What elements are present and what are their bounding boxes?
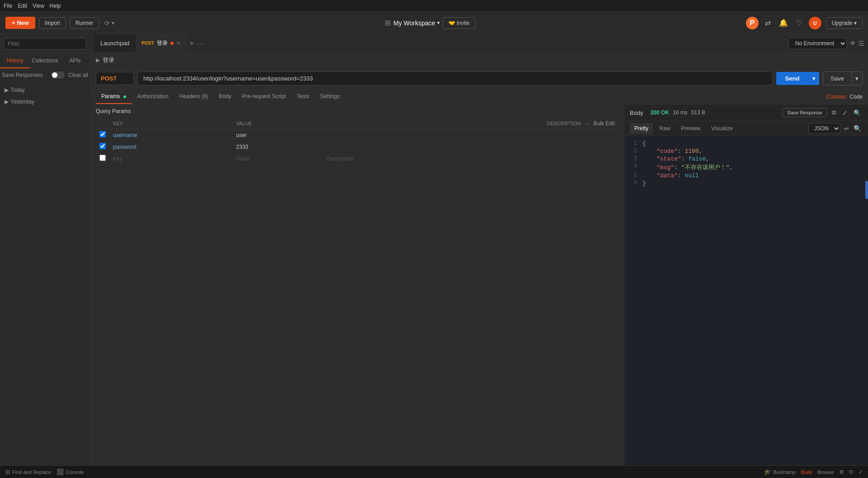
avatar[interactable]: U xyxy=(809,17,821,29)
new-key-placeholder[interactable]: Key xyxy=(113,156,123,162)
title-bar-right: P ⇄ 🔔 ♡ U Upgrade ▾ xyxy=(746,17,863,29)
menu-file[interactable]: File xyxy=(4,3,12,9)
resp-tab-pretty[interactable]: Pretty xyxy=(630,123,653,134)
row2-value[interactable]: 2333 xyxy=(232,141,323,153)
response-status: 200 OK xyxy=(651,109,669,116)
new-desc-placeholder[interactable]: Description xyxy=(327,156,354,162)
cookies-link[interactable]: Cookies xyxy=(826,94,846,100)
response-copy-icon[interactable]: ⧉ xyxy=(830,107,838,118)
env-eye-icon[interactable]: 👁 xyxy=(849,40,856,47)
menu-view[interactable]: View xyxy=(33,3,44,9)
col-key: KEY xyxy=(109,118,232,129)
expand-icon-item[interactable]: ⤢ xyxy=(859,469,863,475)
heart-icon[interactable]: ♡ xyxy=(794,17,804,29)
req-tab-pre-request[interactable]: Pre-request Script xyxy=(236,90,291,104)
save-dropdown-button[interactable]: ▾ xyxy=(852,71,863,85)
layout-icon-item[interactable]: ⊞ xyxy=(840,469,844,475)
env-dropdown[interactable]: No Environment xyxy=(788,38,847,49)
method-select[interactable]: POST GET PUT DELETE PATCH xyxy=(96,72,134,85)
row2-checkbox[interactable] xyxy=(99,143,106,149)
sync-icon[interactable]: ⇄ xyxy=(763,17,773,29)
sidebar-item-history[interactable]: History xyxy=(0,54,30,68)
save-button-group: Save ▾ xyxy=(823,71,863,85)
new-row-checkbox[interactable] xyxy=(99,155,106,161)
send-button[interactable]: Send xyxy=(776,72,809,85)
save-responses-toggle[interactable] xyxy=(51,71,65,79)
new-value-placeholder[interactable]: Value xyxy=(236,156,250,162)
sidebar-item-collections[interactable]: Collections xyxy=(30,54,60,68)
code-line-3: 3 "state": false, xyxy=(624,155,868,163)
upgrade-button[interactable]: Upgrade ▾ xyxy=(826,17,863,29)
resp-tab-preview[interactable]: Preview xyxy=(676,123,705,134)
add-tab-button[interactable]: + xyxy=(186,39,198,47)
sidebar-today-label: Today xyxy=(10,87,25,93)
invite-button[interactable]: 🤝 Invite xyxy=(443,17,476,29)
response-wrap-icon[interactable]: ⇌ xyxy=(842,123,850,133)
tab-unsaved-dot xyxy=(170,42,174,45)
sidebar-section-yesterday: ▶ Yesterday xyxy=(4,97,86,107)
response-search-icon[interactable]: 🔍 xyxy=(852,108,863,118)
new-button[interactable]: + New xyxy=(5,17,35,29)
row2-description[interactable] xyxy=(324,141,618,153)
response-search-btn[interactable]: 🔍 xyxy=(852,123,863,133)
url-bar: POST GET PUT DELETE PATCH Send ▾ Save ▾ xyxy=(90,68,868,90)
resp-tab-visualize[interactable]: Visualize xyxy=(707,123,737,134)
bulk-edit-button[interactable]: Bulk Edit xyxy=(594,120,615,127)
build-link[interactable]: Build xyxy=(801,469,812,475)
line-num-3: 3 xyxy=(624,156,642,162)
dropdown-arrow[interactable]: ▾ xyxy=(112,20,114,26)
sidebar-today-header[interactable]: ▶ Today xyxy=(4,85,86,95)
row1-description[interactable] xyxy=(324,129,618,141)
request-tab-active[interactable]: POST 登录 ✕ xyxy=(136,34,186,52)
bootcamp-label: Bootcamp xyxy=(773,469,796,475)
url-input[interactable] xyxy=(137,71,773,85)
bottom-bar: ⊟ Find and Replace ⬛ Console 🎓 Bootcamp … xyxy=(0,465,868,478)
columns-icon-item[interactable]: ⊟ xyxy=(849,469,853,475)
params-title: Query Params xyxy=(96,108,618,114)
row2-key[interactable]: password xyxy=(109,141,232,153)
save-response-button[interactable]: Save Response xyxy=(782,108,827,117)
tab-close-button[interactable]: ✕ xyxy=(176,40,180,46)
row1-value[interactable]: user xyxy=(232,129,323,141)
response-body-label: Body xyxy=(630,109,643,116)
resp-tab-raw[interactable]: Raw xyxy=(655,123,675,134)
layout-icon: ⊞ xyxy=(840,469,844,475)
launchpad-tab[interactable]: Launchpad xyxy=(94,34,136,52)
collapse-button[interactable]: ▶ xyxy=(96,57,100,63)
params-active-dot xyxy=(123,95,126,98)
row1-key[interactable]: username xyxy=(109,129,232,141)
bootcamp-item[interactable]: 🎓 Bootcamp xyxy=(764,469,796,475)
save-button[interactable]: Save xyxy=(823,71,852,85)
console-label: Console xyxy=(66,469,84,475)
json-format-selector[interactable]: JSON XML Text xyxy=(808,123,840,134)
response-expand-icon[interactable]: ⤢ xyxy=(840,108,849,118)
row1-checkbox[interactable] xyxy=(99,131,106,137)
params-more-button[interactable]: ··· xyxy=(585,120,590,127)
clear-all-button[interactable]: Clear all xyxy=(68,72,88,78)
sidebar-item-apis[interactable]: APIs xyxy=(60,54,90,68)
browse-item[interactable]: Browse xyxy=(817,469,834,475)
send-dropdown-button[interactable]: ▾ xyxy=(808,72,819,85)
req-tab-params[interactable]: Params xyxy=(96,90,132,104)
response-scrollbar-thumb[interactable] xyxy=(865,181,868,199)
env-list-icon[interactable]: ☰ xyxy=(859,40,864,47)
notification-icon[interactable]: 🔔 xyxy=(777,17,790,29)
filter-input[interactable] xyxy=(4,38,86,50)
workspace-button[interactable]: My Workspace ▾ xyxy=(393,19,439,27)
sidebar-yesterday-header[interactable]: ▶ Yesterday xyxy=(4,97,86,107)
menu-help[interactable]: Help xyxy=(50,3,61,9)
import-button[interactable]: Import xyxy=(39,17,66,29)
runner-button[interactable]: Runner xyxy=(70,17,99,29)
menu-edit[interactable]: Edit xyxy=(18,3,27,9)
req-tab-body[interactable]: Body xyxy=(213,90,236,104)
req-tab-settings[interactable]: Settings xyxy=(315,90,345,104)
find-replace-item[interactable]: ⊟ Find and Replace xyxy=(5,469,51,475)
req-tab-authorization[interactable]: Authorization xyxy=(132,90,174,104)
line-num-4: 4 xyxy=(624,163,642,170)
req-tab-tests[interactable]: Tests xyxy=(291,90,315,104)
code-link[interactable]: Code xyxy=(849,94,863,100)
console-item[interactable]: ⬛ Console xyxy=(57,469,84,475)
req-tab-headers[interactable]: Headers (9) xyxy=(174,90,213,104)
more-tabs-button[interactable]: ··· xyxy=(198,40,203,47)
console-icon: ⬛ xyxy=(57,469,64,475)
